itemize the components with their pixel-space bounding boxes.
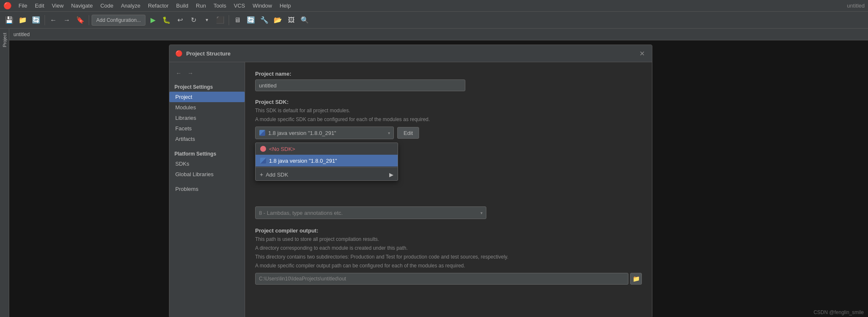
sync-button[interactable]: 🔄	[30, 14, 42, 26]
menu-analyze[interactable]: Analyze	[118, 2, 144, 10]
compiler-desc3: This directory contains two subdirectori…	[255, 253, 642, 261]
dropdown-btn[interactable]: ▼	[201, 14, 213, 26]
separator-2	[89, 15, 89, 25]
dropdown-divider	[256, 167, 398, 168]
terminal-button[interactable]: 🖥	[232, 14, 243, 26]
forward-button[interactable]: →	[61, 14, 73, 26]
dialog-title: Project Structure	[186, 50, 230, 57]
language-level-dropdown[interactable]: 8 - Lambdas, type annotations etc. ▾	[255, 206, 486, 219]
sdk-selected-text: 1.8 java version "1.8.0_291"	[268, 130, 388, 136]
language-level-text: 8 - Lambdas, type annotations etc.	[259, 210, 480, 216]
run-button[interactable]: ▶	[147, 14, 159, 26]
open-button[interactable]: 📁	[17, 14, 29, 26]
back-button[interactable]: ←	[47, 14, 59, 26]
project-settings-header: Project Settings	[169, 82, 245, 92]
menu-edit[interactable]: Edit	[32, 2, 47, 10]
dropdown-add-sdk[interactable]: + Add SDK ▶	[256, 169, 398, 180]
nav-back-button[interactable]: ←	[174, 68, 184, 78]
sidebar-item-libraries[interactable]: Libraries	[169, 113, 245, 123]
sidebar-item-project[interactable]: Project	[169, 92, 245, 102]
plus-icon: +	[260, 171, 263, 178]
project-structure-button[interactable]: 📂	[272, 14, 284, 26]
app-logo: 🔴	[3, 2, 12, 10]
search-everywhere-button[interactable]: 🔍	[299, 14, 311, 26]
sidebar-item-artifacts[interactable]: Artifacts	[169, 134, 245, 144]
profile-button[interactable]: ↻	[187, 14, 199, 26]
sidebar-item-modules[interactable]: Modules	[169, 102, 245, 113]
submenu-arrow-icon: ▶	[389, 172, 393, 178]
menu-view[interactable]: View	[48, 2, 67, 10]
menu-help[interactable]: Help	[276, 2, 294, 10]
app-title: untitled	[847, 3, 865, 9]
close-button[interactable]: ✕	[637, 48, 647, 58]
dialog-icon: 🔴	[174, 49, 183, 58]
gradle-button[interactable]: 🔄	[245, 14, 257, 26]
toolbar: 💾 📁 🔄 ← → 🔖 Add Configuration... ▶ 🐛 ↩ ↻…	[0, 12, 868, 29]
sdk-java-icon	[259, 129, 266, 136]
platform-settings-header: Platform Settings	[169, 148, 245, 158]
nav-buttons: ← →	[169, 66, 245, 82]
run-config-button[interactable]: Add Configuration...	[92, 15, 145, 26]
menu-file[interactable]: File	[15, 2, 31, 10]
separator-3	[229, 15, 229, 25]
menu-bar: 🔴 File Edit View Navigate Code Analyze R…	[0, 0, 868, 12]
sidebar-item-sdks[interactable]: SDKs	[169, 158, 245, 169]
sdk-dropdown-popup: <No SDK> 1.8 java version "1.8.0_291" + …	[255, 143, 398, 181]
separator-1	[45, 15, 45, 25]
main-area: 🔴 Project Structure ✕ ← → Project Settin…	[9, 40, 868, 317]
no-sdk-icon	[260, 145, 266, 152]
menu-navigate[interactable]: Navigate	[68, 2, 96, 10]
menu-run[interactable]: Run	[193, 2, 209, 10]
project-tab-label[interactable]: Project	[2, 33, 7, 47]
browse-folder-button[interactable]: 📁	[630, 273, 642, 285]
sdk-dropdown[interactable]: 1.8 java version "1.8.0_291" ▾	[255, 127, 394, 139]
save-button[interactable]: 💾	[3, 14, 15, 26]
status-bar: untitled	[9, 29, 868, 40]
menu-tools[interactable]: Tools	[210, 2, 230, 10]
dropdown-java-sdk[interactable]: 1.8 java version "1.8.0_291"	[256, 155, 398, 166]
breadcrumb: untitled	[13, 32, 30, 37]
sidebar-item-global-libraries[interactable]: Global Libraries	[169, 169, 245, 180]
coverage-button[interactable]: ↩	[174, 14, 186, 26]
dialog-title-bar: 🔴 Project Structure ✕	[169, 45, 652, 62]
dialog-body: ← → Project Settings Project Modules Lib…	[169, 62, 652, 317]
project-sdk-desc2: A module specific SDK can be configured …	[255, 116, 642, 123]
compiler-desc2: A directory corresponding to each module…	[255, 244, 642, 252]
watermark: CSDN @fenglin_smile	[813, 309, 864, 315]
project-name-input[interactable]	[255, 79, 465, 91]
dialog-logo-icon: 🔴	[175, 50, 182, 57]
sidebar-item-facets[interactable]: Facets	[169, 123, 245, 134]
menu-build[interactable]: Build	[173, 2, 192, 10]
menu-window[interactable]: Window	[249, 2, 275, 10]
stop-button[interactable]: ⬛	[214, 14, 226, 26]
edit-sdk-button[interactable]: Edit	[397, 127, 419, 139]
nav-forward-button[interactable]: →	[185, 68, 195, 78]
settings-button[interactable]: 🔧	[259, 14, 270, 26]
layout-button[interactable]: 🖼	[285, 14, 297, 26]
compiler-section: Project compiler output: This path is us…	[255, 227, 642, 285]
compiler-desc1: This path is used to store all project c…	[255, 235, 642, 243]
language-level-chevron-icon: ▾	[480, 211, 483, 215]
java-sdk-label: 1.8 java version "1.8.0_291"	[269, 158, 337, 164]
no-sdk-label: <No SDK>	[269, 146, 295, 152]
project-sdk-label: Project SDK:	[255, 99, 642, 105]
sidebar-item-problems[interactable]: Problems	[169, 184, 245, 194]
project-structure-dialog: 🔴 Project Structure ✕ ← → Project Settin…	[169, 45, 652, 317]
debug-button[interactable]: 🐛	[161, 14, 172, 26]
sdk-row: 1.8 java version "1.8.0_291" ▾ Edit <No …	[255, 127, 642, 139]
chevron-down-icon: ▾	[388, 131, 390, 135]
compiler-output-input[interactable]	[255, 273, 628, 285]
dialog-sidebar: ← → Project Settings Project Modules Lib…	[169, 62, 245, 317]
project-sdk-desc1: This SDK is default for all project modu…	[255, 107, 642, 114]
dropdown-no-sdk[interactable]: <No SDK>	[256, 143, 398, 155]
bookmark-button[interactable]: 🔖	[74, 14, 86, 26]
dialog-content: Project name: Project SDK: This SDK is d…	[245, 62, 652, 317]
menu-code[interactable]: Code	[97, 2, 117, 10]
project-name-label: Project name:	[255, 71, 642, 77]
compiler-output-label: Project compiler output:	[255, 227, 642, 234]
menu-vcs[interactable]: VCS	[230, 2, 248, 10]
project-tab[interactable]: Project	[0, 29, 9, 317]
add-sdk-label: Add SDK	[266, 172, 288, 178]
compiler-output-row: 📁	[255, 273, 642, 285]
menu-refactor[interactable]: Refactor	[145, 2, 172, 10]
